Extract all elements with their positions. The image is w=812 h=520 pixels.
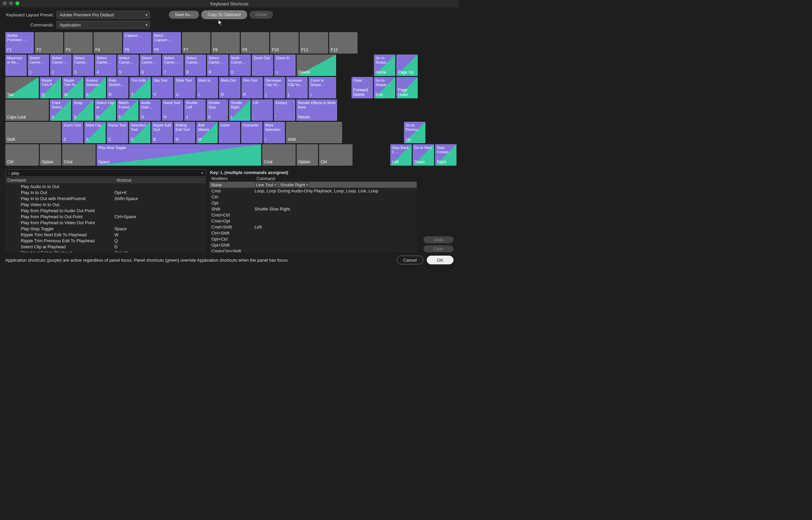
- command-row[interactable]: Ripple Trim Previous Edit To PlayheadQ: [5, 238, 206, 243]
- clear-search-icon[interactable]: ×: [201, 170, 204, 176]
- save-as-button[interactable]: Save As...: [169, 11, 199, 19]
- key-8[interactable]: Select Camer…8: [185, 55, 206, 76]
- key-s[interactable]: SnapS: [72, 99, 93, 121]
- key-0[interactable]: Multi-Camer…0: [229, 55, 251, 76]
- key-return[interactable]: Render Effects in Work AreaReturn: [296, 99, 337, 121]
- key-v[interactable]: Selection ToolV: [129, 122, 151, 143]
- key-q[interactable]: Ripple Trim P…Q: [40, 77, 61, 98]
- key-a[interactable]: Track Select …A: [50, 99, 71, 121]
- key--[interactable]: Zoom Out-: [252, 55, 273, 76]
- key-9[interactable]: Select Camer…9: [207, 55, 228, 76]
- modifier-row[interactable]: CmdLoop, Loop During Audio-Only Playback…: [209, 188, 417, 194]
- key-2[interactable]: Select Camer…2: [50, 55, 72, 76]
- command-row[interactable]: Select Clip at PlayheadD: [5, 243, 206, 250]
- command-row[interactable]: Play In to Out with Preroll/PostrollShif…: [5, 196, 206, 202]
- modifier-row[interactable]: Cmd+ShiftLeft: [209, 224, 417, 230]
- key-f7[interactable]: F7: [182, 32, 210, 54]
- key-f[interactable]: Match FrameF: [117, 99, 138, 121]
- key-t[interactable]: Trim EditT: [129, 77, 151, 98]
- key-forward-delete[interactable]: ClearForward Delete: [351, 77, 373, 98]
- copy-to-clipboard-button[interactable]: Copy To Clipboard: [202, 11, 247, 19]
- key-,[interactable]: Insert,: [219, 122, 240, 143]
- key-'[interactable]: Extract': [274, 99, 295, 121]
- zoom-icon[interactable]: [16, 1, 19, 5]
- command-row[interactable]: Play from Playhead to Out PointCtrl+Spac…: [5, 213, 206, 219]
- key-c[interactable]: Razor ToolC: [107, 122, 128, 143]
- key-k[interactable]: Shuttle StopK: [207, 99, 228, 121]
- key-`[interactable]: Maximize or Re…`: [5, 55, 27, 76]
- chip-remove-icon[interactable]: ×: [274, 183, 276, 187]
- command-row[interactable]: Play Video In to Out: [5, 202, 206, 207]
- key-r[interactable]: Rate Stretch…R: [107, 77, 129, 98]
- command-chip[interactable]: Shuttle Right ×: [279, 182, 310, 187]
- key-option[interactable]: Option: [297, 144, 318, 166]
- key-f12[interactable]: F12: [329, 32, 357, 54]
- command-row[interactable]: Play-Stop ToggleSpace: [5, 226, 206, 232]
- key-f1[interactable]: Adobe Premiere …F1: [5, 32, 34, 54]
- commands-select[interactable]: Application: [56, 21, 150, 29]
- key-o[interactable]: Mark OutO: [219, 77, 240, 98]
- key-shift[interactable]: Shift: [286, 122, 342, 143]
- key-d[interactable]: Select Clip at …D: [94, 99, 116, 121]
- key-ctrl[interactable]: Ctrl: [5, 144, 39, 166]
- search-input[interactable]: [11, 171, 201, 176]
- key-h[interactable]: Hand ToolH: [162, 99, 183, 121]
- minimize-icon[interactable]: [9, 1, 13, 5]
- modifier-list[interactable]: NoneLine Tool ×Shuttle Right ×CmdLoop, L…: [209, 182, 417, 252]
- key-option[interactable]: Option: [40, 144, 61, 166]
- modifier-row[interactable]: Opt+Ctrl: [209, 236, 417, 242]
- modifier-row[interactable]: Opt+Shift: [209, 242, 417, 248]
- command-row[interactable]: Play Audio In to Out: [5, 183, 206, 189]
- modifier-row[interactable]: Cmd+Ctrl+Shift: [209, 248, 417, 252]
- key-e[interactable]: Extend Selecte…E: [85, 77, 106, 98]
- key-m[interactable]: Add MarkerM: [196, 122, 218, 143]
- key-f6[interactable]: Batch Capture…F6: [153, 32, 181, 54]
- key-z[interactable]: Zoom ToolZ: [62, 122, 83, 143]
- key-x[interactable]: Mark ClipX: [84, 122, 106, 143]
- key-tab[interactable]: Tab: [5, 77, 39, 98]
- key-\[interactable]: Zoom to Seque…\: [309, 77, 336, 98]
- key-end[interactable]: Go to Seque…End: [374, 77, 395, 98]
- key-f4[interactable]: F4: [93, 32, 122, 54]
- key-l[interactable]: Shuttle RightL: [229, 99, 250, 121]
- command-chip[interactable]: Line Tool ×: [254, 182, 277, 187]
- modifier-row[interactable]: ShiftShuttle Slow Right: [209, 206, 417, 212]
- key-caps-lock[interactable]: Caps Lock: [5, 99, 49, 121]
- command-row[interactable]: Play from Playhead to Video Out Point: [5, 219, 206, 226]
- chip-remove-icon[interactable]: ×: [306, 183, 308, 187]
- key-n[interactable]: Rolling Edit ToolN: [174, 122, 195, 143]
- command-row[interactable]: Play from Playhead to Audio Out Point: [5, 207, 206, 213]
- key-cmd[interactable]: Cmd: [262, 144, 296, 166]
- modifier-row[interactable]: Ctrl: [209, 194, 417, 200]
- key-w[interactable]: Ripple Trim N…W: [62, 77, 84, 98]
- key-1[interactable]: Select Camer…1: [28, 55, 49, 76]
- key-f10[interactable]: F10: [270, 32, 299, 54]
- key-;[interactable]: Lift;: [251, 99, 273, 121]
- key-p[interactable]: Pen ToolP: [241, 77, 263, 98]
- close-icon[interactable]: [3, 1, 7, 5]
- modifier-row[interactable]: Cmd+Ctrl: [209, 212, 417, 218]
- key-[[interactable]: Decrease Clip Vo…[: [264, 77, 285, 98]
- key-][interactable]: Increase Clip Vo…]: [286, 77, 308, 98]
- key-7[interactable]: Select Camer…7: [162, 55, 184, 76]
- key-delete[interactable]: Delete: [297, 55, 336, 76]
- key-f2[interactable]: F2: [35, 32, 63, 54]
- key-i[interactable]: Mark InI: [197, 77, 218, 98]
- key-shift[interactable]: Shift: [5, 122, 61, 143]
- key-down[interactable]: Go to NextDown: [413, 144, 434, 166]
- modifier-row[interactable]: Ctrl+Shift: [209, 230, 417, 236]
- key-4[interactable]: Select Camer…4: [95, 55, 116, 76]
- key-page-down[interactable]: Page Down: [396, 77, 418, 98]
- key-f5[interactable]: Capture…F5: [123, 32, 152, 54]
- key-j[interactable]: Shuttle LeftJ: [184, 99, 206, 121]
- key-f11[interactable]: F11: [300, 32, 328, 54]
- key-page-up[interactable]: Page Up: [396, 55, 418, 76]
- search-box[interactable]: ⌕ ×: [5, 169, 206, 177]
- preset-select[interactable]: Adobe Premiere Pro Default: [56, 11, 150, 19]
- command-list[interactable]: Play Audio In to OutPlay In to OutOpt+KP…: [5, 183, 206, 252]
- modifier-row[interactable]: NoneLine Tool ×Shuttle Right ×: [209, 182, 417, 188]
- key-ctrl[interactable]: Ctrl: [319, 144, 352, 166]
- key-3[interactable]: Select Camer…3: [73, 55, 94, 76]
- key-f3[interactable]: F3: [64, 32, 92, 54]
- key-y[interactable]: Slip ToolY: [152, 77, 173, 98]
